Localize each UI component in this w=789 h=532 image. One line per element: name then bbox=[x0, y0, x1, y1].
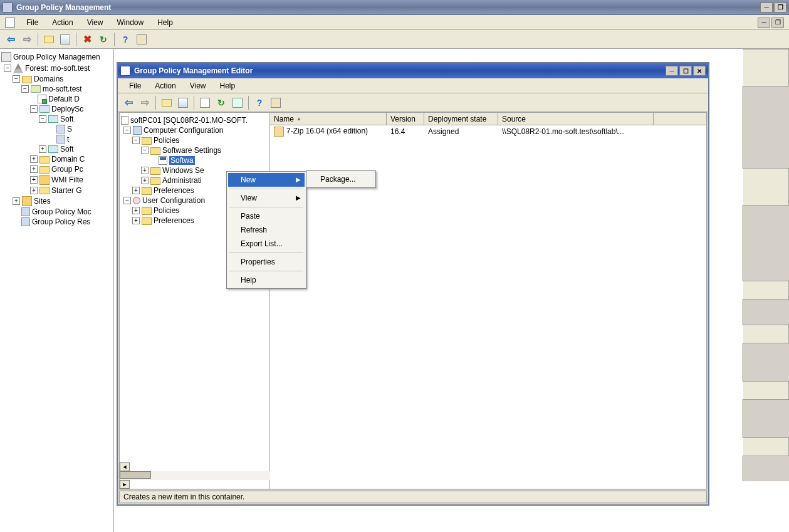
editor-help-button[interactable]: ? bbox=[252, 95, 267, 110]
tree-compconf[interactable]: Computer Configuration bbox=[144, 126, 223, 135]
editor-up-button[interactable] bbox=[159, 95, 174, 110]
menu-action[interactable]: Action bbox=[46, 16, 79, 29]
context-submenu-new[interactable]: Package... bbox=[306, 170, 376, 188]
editor-minimize-button[interactable]: ─ bbox=[666, 66, 678, 76]
expander[interactable]: + bbox=[141, 177, 149, 184]
ctx-help[interactable]: Help bbox=[228, 273, 305, 287]
tree-swsettings[interactable]: Software Settings bbox=[162, 146, 221, 155]
help-button[interactable]: ? bbox=[118, 32, 133, 47]
editor-close-button[interactable]: ✕ bbox=[693, 66, 706, 76]
gpo-editor-window[interactable]: Group Policy Management Editor ─ ☐ ✕ Fil… bbox=[117, 62, 709, 506]
expander[interactable]: + bbox=[39, 145, 46, 153]
expander[interactable]: − bbox=[123, 197, 131, 204]
ctx-paste[interactable]: Paste bbox=[228, 209, 305, 223]
gpm-titlebar[interactable]: Group Policy Management ─ ❐ bbox=[0, 0, 789, 15]
expander[interactable]: + bbox=[132, 217, 140, 224]
tree-wmi[interactable]: WMI Filte bbox=[51, 175, 83, 184]
tree-starter[interactable]: Starter G bbox=[51, 186, 82, 195]
expander[interactable]: + bbox=[30, 187, 38, 194]
tree-gpres[interactable]: Group Policy Res bbox=[32, 217, 90, 226]
expander[interactable]: + bbox=[30, 155, 38, 163]
col-version[interactable]: Version bbox=[387, 113, 424, 125]
package-row[interactable]: 7-Zip 16.04 (x64 edition) 16.4 Assigned … bbox=[270, 125, 706, 138]
expander[interactable]: − bbox=[123, 127, 131, 134]
scroll-right-button[interactable]: ► bbox=[120, 480, 130, 489]
show-hide-button[interactable] bbox=[58, 32, 73, 47]
editor-options-button[interactable] bbox=[268, 95, 283, 110]
delete-button[interactable]: ✖ bbox=[80, 32, 95, 47]
mdi-restore-button[interactable]: ❐ bbox=[771, 18, 784, 28]
refresh-button[interactable]: ↻ bbox=[96, 32, 111, 47]
expander[interactable]: + bbox=[141, 167, 149, 174]
scroll-thumb[interactable] bbox=[120, 471, 151, 479]
back-button[interactable]: ⇦ bbox=[3, 32, 18, 47]
menu-help[interactable]: Help bbox=[151, 16, 179, 29]
menu-file[interactable]: File bbox=[20, 16, 44, 29]
ctx-properties[interactable]: Properties bbox=[228, 255, 305, 269]
editor-export-button[interactable] bbox=[230, 95, 245, 110]
expander[interactable]: − bbox=[30, 105, 38, 113]
editor-show-hide-button[interactable] bbox=[175, 95, 191, 110]
tree-domain[interactable]: mo-soft.test bbox=[43, 85, 82, 93]
scroll-left-button[interactable]: ◄ bbox=[120, 462, 130, 471]
tree-domainc[interactable]: Domain C bbox=[51, 155, 85, 164]
editor-maximize-button[interactable]: ☐ bbox=[679, 66, 692, 76]
tree-prefs[interactable]: Preferences bbox=[154, 186, 194, 195]
expander[interactable]: − bbox=[21, 85, 29, 93]
editor-titlebar[interactable]: Group Policy Management Editor ─ ☐ ✕ bbox=[118, 63, 708, 78]
tree-swinstallation[interactable]: Softwa bbox=[169, 156, 195, 165]
tree-policies[interactable]: Policies bbox=[154, 136, 179, 145]
editor-list-button[interactable] bbox=[197, 95, 212, 110]
scroll-track[interactable] bbox=[120, 471, 270, 480]
context-menu[interactable]: New▶ View▶ Paste Refresh Export List... … bbox=[226, 171, 306, 289]
tree-default[interactable]: Default D bbox=[48, 95, 80, 103]
minimize-button[interactable]: ─ bbox=[760, 3, 773, 13]
tree-upolicies[interactable]: Policies bbox=[154, 206, 179, 215]
expander[interactable]: + bbox=[132, 187, 140, 194]
up-button[interactable] bbox=[41, 32, 56, 47]
expander[interactable]: + bbox=[132, 207, 140, 214]
expander[interactable]: − bbox=[4, 65, 11, 72]
ctx-new-package[interactable]: Package... bbox=[308, 172, 374, 186]
tree-root[interactable]: Group Policy Managemen bbox=[13, 53, 100, 61]
ctx-export[interactable]: Export List... bbox=[228, 237, 305, 251]
forward-button[interactable]: ⇨ bbox=[19, 32, 34, 47]
col-source[interactable]: Source bbox=[498, 113, 654, 125]
ctx-refresh[interactable]: Refresh bbox=[228, 223, 305, 237]
restore-button[interactable]: ❐ bbox=[774, 3, 786, 13]
editor-menu-file[interactable]: File bbox=[123, 80, 147, 92]
tree-policy-root[interactable]: softPC01 [SQL08R2-01.MO-SOFT. bbox=[130, 116, 248, 125]
editor-menu-action[interactable]: Action bbox=[149, 80, 182, 92]
menu-view[interactable]: View bbox=[81, 16, 110, 29]
tree-userconf[interactable]: User Configuration bbox=[142, 196, 205, 205]
tree-uprefs[interactable]: Preferences bbox=[154, 216, 194, 225]
tree-forest[interactable]: Forest: mo-soft.test bbox=[25, 64, 90, 73]
tree-hscrollbar[interactable]: ◄ ► bbox=[120, 462, 270, 489]
expander[interactable]: + bbox=[30, 165, 38, 173]
software-list-pane[interactable]: Name▲ Version Deployment state Source 7-… bbox=[270, 113, 706, 489]
mdi-minimize-button[interactable]: ─ bbox=[758, 18, 770, 28]
tree-winsettings[interactable]: Windows Se bbox=[162, 166, 204, 175]
tree-soft[interactable]: Soft bbox=[60, 115, 73, 123]
tree-s[interactable]: S bbox=[67, 125, 72, 133]
gpm-tree[interactable]: Group Policy Managemen −Forest: mo-soft.… bbox=[0, 49, 114, 532]
editor-refresh-button[interactable]: ↻ bbox=[214, 95, 229, 110]
ctx-view[interactable]: View▶ bbox=[228, 191, 305, 205]
expander[interactable]: − bbox=[141, 147, 149, 154]
editor-forward-button[interactable]: ⇨ bbox=[137, 95, 152, 110]
col-name[interactable]: Name▲ bbox=[270, 113, 387, 125]
tree-domains[interactable]: Domains bbox=[34, 75, 63, 83]
editor-tree[interactable]: softPC01 [SQL08R2-01.MO-SOFT. −Computer … bbox=[120, 113, 270, 489]
expander[interactable]: + bbox=[30, 176, 38, 184]
expander[interactable]: − bbox=[132, 137, 140, 144]
editor-back-button[interactable]: ⇦ bbox=[121, 95, 136, 110]
expander[interactable]: − bbox=[39, 115, 46, 123]
editor-menu-view[interactable]: View bbox=[184, 80, 212, 92]
options-button[interactable] bbox=[134, 32, 149, 47]
tree-deploysc[interactable]: DeploySc bbox=[51, 105, 83, 113]
tree-admintemplates[interactable]: Administrati bbox=[162, 176, 202, 185]
expander[interactable]: − bbox=[13, 75, 20, 83]
col-deployment[interactable]: Deployment state bbox=[424, 113, 498, 125]
tree-sites[interactable]: Sites bbox=[34, 197, 51, 206]
expander[interactable]: + bbox=[13, 197, 20, 205]
